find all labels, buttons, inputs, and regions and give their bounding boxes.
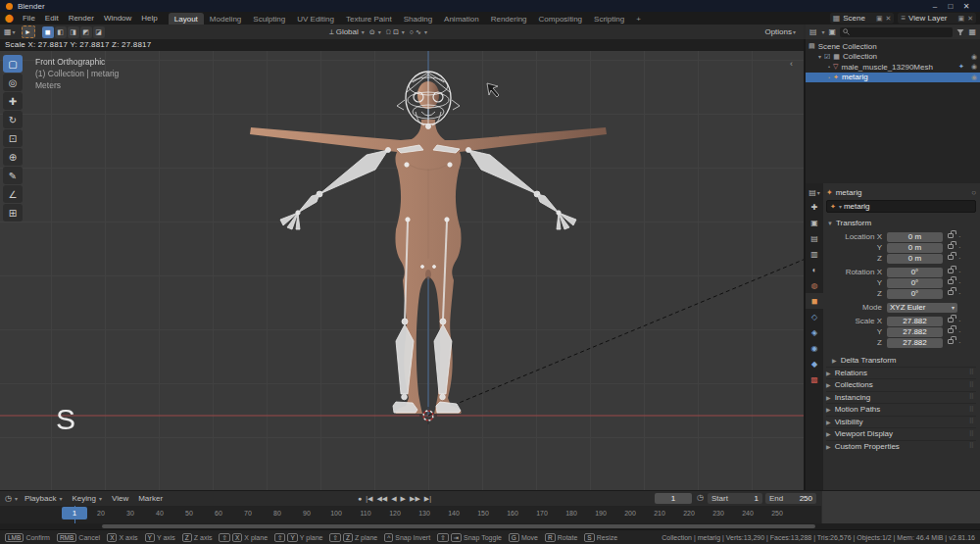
field-value[interactable]: 0 m: [887, 232, 943, 242]
pin-icon[interactable]: ○: [971, 188, 976, 197]
workspace-tab[interactable]: Rendering: [485, 13, 533, 25]
menu-item[interactable]: File: [18, 14, 40, 23]
viewport-tool-button[interactable]: ◎: [3, 74, 23, 91]
panel-grip-icon[interactable]: ⠿: [969, 381, 974, 389]
workspace-tab[interactable]: Compositing: [533, 13, 588, 25]
outliner-row[interactable]: • ✦ metarig ◉: [806, 73, 980, 83]
start-frame-field[interactable]: Start1: [708, 493, 762, 504]
animate-dot[interactable]: ·: [958, 268, 961, 276]
collapsed-panel-header[interactable]: ▶ Relations ⠿: [826, 367, 976, 379]
lock-icon[interactable]: [943, 320, 958, 322]
transport-button[interactable]: ◀: [391, 495, 396, 503]
collection-checkbox[interactable]: ☑: [824, 53, 830, 61]
timeline-editor-icon[interactable]: ◷: [5, 494, 12, 503]
animate-dot[interactable]: ·: [958, 289, 961, 298]
editor-type-selector[interactable]: ▤ ▾: [808, 185, 820, 199]
collapsed-panel-header[interactable]: ▶ Visibility ⠿: [826, 416, 976, 428]
options-button[interactable]: Options▾: [764, 27, 796, 36]
transport-button[interactable]: ●: [358, 495, 362, 502]
timeline-menu[interactable]: Playback▾: [20, 494, 67, 503]
field-value[interactable]: 0 m: [887, 254, 943, 264]
viewport-tool-button[interactable]: ✚: [3, 92, 23, 110]
select-mode-button[interactable]: ◼: [42, 26, 54, 38]
menu-item[interactable]: Edit: [40, 14, 64, 23]
workspace-tab[interactable]: Animation: [438, 13, 485, 25]
properties-tab[interactable]: ◐: [806, 262, 823, 277]
armature-modifier-icon[interactable]: ✦: [958, 63, 964, 71]
panel-grip-icon[interactable]: ⠿: [969, 430, 974, 438]
outliner-row[interactable]: • ▽ male_muscle_13290Mesh ✦ ◉: [806, 62, 980, 73]
playhead[interactable]: 1: [62, 507, 87, 519]
blender-app-icon[interactable]: ⬤: [5, 14, 14, 23]
lock-icon[interactable]: [943, 235, 958, 238]
rotation-mode-dropdown[interactable]: XYZ Euler▾: [887, 303, 957, 313]
workspace-tab[interactable]: Shading: [398, 13, 438, 25]
new-view-layer-button[interactable]: ▣: [958, 15, 965, 23]
properties-tab[interactable]: ✚: [806, 199, 823, 215]
view-layer-selector[interactable]: ≡ View Layer ▣ ✕: [898, 13, 976, 24]
workspace-tab[interactable]: Scripting: [588, 13, 630, 25]
eye-icon[interactable]: ◉: [971, 74, 977, 81]
lock-icon[interactable]: [943, 281, 958, 284]
viewport-tool-button[interactable]: ⊡: [3, 129, 23, 147]
viewport-tool-button[interactable]: ⊕: [3, 148, 23, 166]
workspace-tab[interactable]: +: [630, 13, 647, 25]
animate-dot[interactable]: ·: [958, 278, 961, 287]
sidebar-toggle-icon[interactable]: ‹: [790, 59, 793, 69]
panel-grip-icon[interactable]: ⠿: [969, 406, 974, 414]
transport-button[interactable]: |◀: [366, 495, 372, 503]
workspace-tab[interactable]: Texture Paint: [340, 13, 398, 25]
select-mode-button[interactable]: ◩: [80, 26, 92, 38]
select-mode-button[interactable]: ◪: [93, 26, 105, 38]
outliner-search-input[interactable]: [840, 27, 953, 37]
timeline-menu[interactable]: Keying▾: [67, 494, 106, 503]
field-value[interactable]: 0°: [887, 289, 943, 299]
viewport-tool-button[interactable]: ▢: [3, 55, 23, 73]
timeline-menu[interactable]: View: [107, 494, 133, 503]
properties-tab[interactable]: ◼: [806, 293, 823, 309]
expand-icon[interactable]: ▾: [818, 53, 821, 60]
3d-viewport[interactable]: S Scale X: 27.8817 Y: 27.8817 Z: 27.8817…: [0, 39, 804, 490]
outliner-row[interactable]: ▤ Scene Collection: [806, 41, 980, 52]
field-value[interactable]: 27.882: [887, 338, 943, 348]
animate-dot[interactable]: ·: [958, 254, 961, 263]
properties-tab[interactable]: ▥: [806, 246, 823, 262]
maximize-button[interactable]: □: [943, 2, 958, 11]
collapsed-panel-header[interactable]: ▶ Instancing ⠿: [826, 391, 976, 404]
close-button[interactable]: ✕: [958, 2, 974, 11]
panel-grip-icon[interactable]: ⠿: [969, 393, 974, 401]
timeline-ruler[interactable]: 1020304050607080901001101201301401501601…: [0, 506, 821, 524]
unlink-scene-button[interactable]: ✕: [886, 15, 892, 23]
transform-panel-header[interactable]: ▼ Transform: [826, 218, 976, 228]
expand-icon[interactable]: •: [828, 74, 830, 80]
proportional-edit-icon[interactable]: ○: [410, 28, 414, 35]
orientation-dropdown[interactable]: ⟂ Global ▾: [329, 27, 365, 36]
animate-dot[interactable]: ·: [958, 232, 961, 241]
end-frame-field[interactable]: End250: [765, 493, 816, 504]
animate-dot[interactable]: ·: [958, 327, 961, 336]
viewport-tool-button[interactable]: ∠: [3, 185, 23, 203]
field-value[interactable]: 0 m: [887, 243, 943, 253]
lock-icon[interactable]: [943, 257, 958, 260]
menu-item[interactable]: Render: [64, 14, 99, 23]
transport-button[interactable]: ◀◀: [376, 495, 387, 503]
transport-button[interactable]: ▶▶: [410, 495, 420, 503]
viewport-tool-button[interactable]: ✎: [3, 167, 23, 184]
snap-magnet-icon[interactable]: Ω: [386, 28, 391, 35]
current-frame-field[interactable]: 1: [655, 493, 692, 504]
expand-icon[interactable]: •: [828, 64, 830, 70]
field-value[interactable]: 27.882: [887, 317, 943, 326]
lock-icon[interactable]: [943, 330, 958, 333]
properties-tab[interactable]: ◈: [806, 324, 823, 340]
object-name-field[interactable]: ✦ ▾ metarig: [826, 200, 976, 213]
minimize-button[interactable]: –: [927, 2, 943, 11]
properties-tab[interactable]: ◉: [806, 340, 823, 356]
properties-tab[interactable]: ◆: [806, 356, 823, 371]
timeline-menu[interactable]: Marker: [133, 494, 168, 503]
collapsed-panel-header[interactable]: ▶ Collections ⠿: [826, 378, 976, 391]
properties-tab[interactable]: ▣: [806, 215, 823, 230]
menu-item[interactable]: Help: [136, 14, 162, 23]
lock-icon[interactable]: [943, 292, 958, 295]
outliner-row[interactable]: ▾ ☑ ▦ Collection ◉: [806, 52, 980, 63]
outliner-filter-mode-icon[interactable]: ▤: [809, 27, 817, 36]
